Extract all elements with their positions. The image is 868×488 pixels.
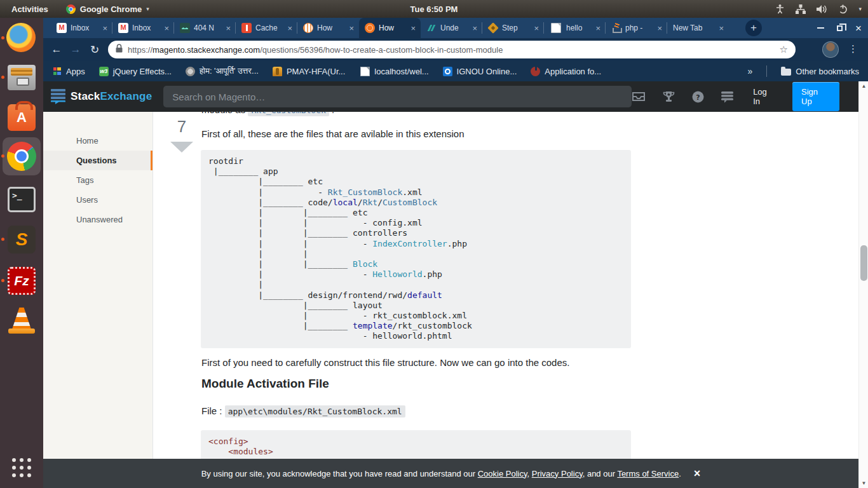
search-placeholder: Search on Magento… [172,92,265,102]
tab-close-icon[interactable]: × [101,24,109,33]
tab-close-icon[interactable]: × [532,24,540,33]
tab-close-icon[interactable]: × [594,24,602,33]
file-tree-code-block[interactable]: rootdir |________ app |________ etc | - … [201,150,631,348]
tab-close-icon[interactable]: × [163,24,170,33]
bookmark-apps[interactable]: Apps [52,67,85,76]
file-cabinet-icon [8,65,36,90]
red-dot-icon [531,67,540,76]
tab-close-icon[interactable]: × [471,24,478,33]
terms-of-service-link[interactable]: Terms of Service [617,469,679,478]
tab-close-icon[interactable]: × [409,24,417,33]
cookie-policy-link[interactable]: Cookie Policy [478,469,527,478]
downvote-arrow-icon[interactable] [170,142,193,152]
tab-new-tab[interactable]: New Tab × [667,18,729,38]
site-favicon [180,23,190,33]
dock-item-chrome[interactable] [6,141,37,172]
inbox-tray-icon[interactable] [632,91,646,102]
privacy-policy-link[interactable]: Privacy Policy [532,469,583,478]
ignou-icon [443,67,452,76]
dock-item-ubuntu-software[interactable]: A [6,102,37,133]
file-path-line: File : app\etc\modules/Rkt_CustomBlock.x… [201,405,405,416]
chrome-icon [7,142,36,171]
statue-icon [273,67,282,76]
tab-unde[interactable]: Unde × [421,18,482,38]
running-indicator [1,36,4,39]
tab-how-active[interactable]: How × [359,18,421,38]
bookmark-localhost[interactable]: localhost/wel... [359,67,428,76]
network-icon[interactable] [796,4,806,14]
accessibility-icon[interactable] [775,4,785,14]
tab-close-icon[interactable]: × [224,24,232,33]
dock-item-filezilla[interactable]: Fz [6,266,37,296]
inline-code: app\etc\modules/Rkt_CustomBlock.xml [225,405,405,417]
search-input[interactable]: Search on Magento… [163,86,632,107]
dock-item-sublime-text[interactable]: S [6,224,37,255]
left-nav-sidebar: Home Questions Tags Users Unanswered [43,112,153,488]
close-icon[interactable]: × [694,467,701,480]
show-applications-button[interactable] [10,456,33,479]
sign-up-button[interactable]: Sign Up [792,82,839,111]
activities-button[interactable]: Activities [0,4,60,14]
bookmark-ignou[interactable]: IGNOU Online... [443,67,517,76]
tab-close-icon[interactable]: × [717,24,725,33]
restore-button[interactable] [837,25,843,31]
tab-inbox-2[interactable]: M Inbox × [112,18,174,38]
profile-avatar[interactable] [822,41,839,58]
inline-code[interactable]: Rkt_CustomBlock [248,112,329,116]
tab-php[interactable]: php - × [606,18,667,38]
se-logo[interactable]: StackExchange [51,89,152,104]
power-icon[interactable] [838,4,848,14]
gmail-icon: M [57,23,67,33]
sphere-favicon [303,23,313,33]
site-switcher-icon[interactable] [721,91,734,103]
sidebar-item-home[interactable]: Home [43,131,153,151]
minimize-button[interactable] [817,27,824,29]
tab-step[interactable]: Step × [482,18,544,38]
bookmark-star-icon[interactable]: ☆ [780,44,788,55]
bookmarks-overflow-button[interactable]: » [748,66,753,76]
tab-inbox-1[interactable]: M Inbox × [51,18,112,38]
new-tab-button[interactable]: + [745,20,762,36]
bookmark-hindi-site[interactable]: होम: 'आपूर्ति' उत्तर... [186,66,259,76]
dock-item-file-cabinet[interactable] [6,62,37,93]
sidebar-item-unanswered[interactable]: Unanswered [43,210,153,229]
tab-close-icon[interactable]: × [348,24,355,33]
bookmark-pmay[interactable]: PMAY-HFA(Ur... [273,67,345,76]
browser-toolbar: ← → ↻ https://magento.stackexchange.com/… [43,38,868,61]
app-menu-button[interactable]: Google Chrome ▾ [60,4,156,14]
sidebar-item-users[interactable]: Users [43,190,153,210]
chrome-icon [66,4,76,14]
dock-item-vlc[interactable] [6,305,37,336]
tab-close-icon[interactable]: × [656,24,663,33]
scroll-down-arrow[interactable]: ▼ [859,480,868,486]
forward-button[interactable]: → [66,43,85,56]
help-icon[interactable]: ? [692,91,704,103]
page-scrollbar[interactable]: ▲ ▼ [858,81,868,488]
tab-404[interactable]: 404 N × [174,18,236,38]
dock-item-terminal[interactable]: >_ [6,184,37,215]
sidebar-item-tags[interactable]: Tags [43,170,153,190]
address-bar[interactable]: https://magento.stackexchange.com/questi… [108,41,796,58]
trophy-icon[interactable] [662,91,675,103]
chevron-down-icon: ▾ [146,6,149,12]
close-window-button[interactable]: × [855,23,862,34]
reload-button[interactable]: ↻ [85,43,104,57]
bookmark-jquery-effects[interactable]: w3 jQuery Effects... [99,67,172,76]
clipped-post-line: module as Rkt_CustomBlock . [201,112,334,115]
tab-close-icon[interactable]: × [286,24,294,33]
tab-hello[interactable]: hello × [544,18,606,38]
log-in-button[interactable]: Log In [753,87,776,106]
scroll-up-arrow[interactable]: ▲ [859,83,868,89]
back-button[interactable]: ← [47,43,66,56]
menu-kebab-icon[interactable]: ⋮ [848,43,858,55]
tab-how-1[interactable]: How × [297,18,359,38]
scrollbar-thumb[interactable] [860,245,867,281]
url-text: https://magento.stackexchange.com/questi… [128,45,775,55]
dock-item-firefox[interactable] [6,23,37,53]
sidebar-item-questions[interactable]: Questions [43,151,153,170]
volume-icon[interactable] [817,4,827,14]
tab-cache[interactable]: Cache × [236,18,297,38]
other-bookmarks-button[interactable]: Other bookmarks [781,67,859,76]
bookmark-application[interactable]: Application fo... [531,67,601,76]
chevron-down-icon[interactable]: ▾ [858,6,862,12]
